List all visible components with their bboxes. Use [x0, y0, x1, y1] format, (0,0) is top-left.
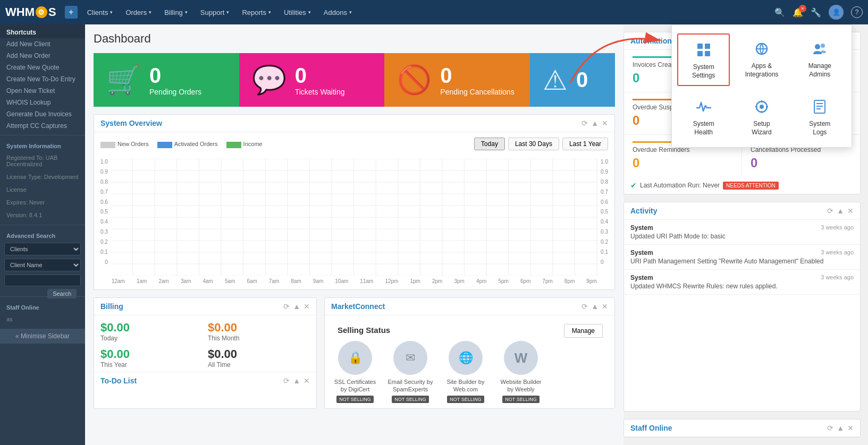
sitebuilder-label: Site Builder by Web.com	[442, 378, 490, 393]
nav-items: Clients▾ Orders▾ Billing▾ Support▾ Repor…	[82, 5, 774, 20]
minimise-sidebar-button[interactable]: « Minimise Sidebar	[0, 329, 85, 344]
search-input[interactable]	[4, 275, 81, 286]
todo-refresh-icon[interactable]: ⟳	[283, 376, 290, 385]
nav-clients[interactable]: Clients▾	[82, 5, 119, 20]
sidebar-cc-captures[interactable]: Attempt CC Captures	[0, 120, 85, 132]
nav-addons[interactable]: Addons▾	[318, 5, 357, 20]
chart-controls: Today Last 30 Days Last 1 Year	[474, 138, 608, 150]
close-icon[interactable]: ✕	[602, 119, 608, 127]
sidebar-open-ticket[interactable]: Open New Ticket	[0, 85, 85, 97]
activity-close-icon[interactable]: ✕	[847, 207, 854, 215]
email-security-icon: ✉	[393, 341, 427, 375]
sidebar-whois[interactable]: WHOIS Lookup	[0, 97, 85, 108]
nav-billing[interactable]: Billing▾	[159, 5, 193, 20]
sidebar-create-todo[interactable]: Create New To-Do Entry	[0, 73, 85, 85]
refresh-icon[interactable]: ⟳	[582, 119, 588, 127]
billing-title: Billing	[100, 302, 280, 311]
activity-expand-icon[interactable]: ▲	[837, 207, 844, 215]
stat-card-tickets: 💬 0 Tickets Waiting	[239, 53, 385, 107]
system-info-label: System Information	[0, 139, 85, 151]
sidebar-divider2	[0, 225, 85, 225]
billing-expand-icon[interactable]: ▲	[293, 302, 300, 311]
help-icon[interactable]: ?	[851, 6, 863, 18]
staff-close-icon[interactable]: ✕	[847, 424, 854, 432]
market-expand-icon[interactable]: ▲	[591, 302, 599, 311]
caret-icon: ▾	[149, 10, 151, 15]
reminders-value: 0	[633, 156, 733, 170]
nav-reports[interactable]: Reports▾	[237, 5, 276, 20]
market-refresh-icon[interactable]: ⟳	[582, 302, 588, 311]
expand-icon[interactable]: ▲	[591, 119, 599, 127]
billing-refresh-icon[interactable]: ⟳	[283, 302, 290, 311]
dropdown-apps[interactable]: Apps &Integrations	[735, 33, 788, 86]
billing-alltime: $0.00 All Time	[208, 347, 310, 369]
sidebar-due-invoices[interactable]: Generate Due Invoices	[0, 108, 85, 120]
nav-support[interactable]: Support▾	[195, 5, 235, 20]
dropdown-setup-wizard[interactable]: SetupWizard	[735, 91, 788, 142]
billing-header: Billing ⟳ ▲ ✕	[94, 298, 316, 315]
activity-who-2: System	[630, 249, 653, 256]
add-button[interactable]: +	[65, 6, 78, 19]
chat-icon: 💬	[252, 64, 286, 96]
last1year-btn[interactable]: Last 1 Year	[562, 138, 608, 150]
todo-expand-icon[interactable]: ▲	[293, 376, 300, 385]
caret-icon: ▾	[349, 10, 352, 15]
dropdown-system-settings[interactable]: SystemSettings	[677, 33, 730, 86]
stat-card-extra: ⚠ 0	[530, 53, 615, 107]
selling-sitebuilder: 🌐 Site Builder by Web.com NOT SELLING	[442, 341, 490, 403]
system-overview-title: System Overview	[100, 119, 578, 127]
main-content: Dashboard 🛒 0 Pending Orders 💬 0 Tickets…	[85, 24, 623, 445]
dropdown-manage-admins[interactable]: ManageAdmins	[794, 33, 846, 86]
activity-refresh-icon[interactable]: ⟳	[827, 207, 833, 215]
sitebuilder-icon: 🌐	[449, 341, 483, 375]
market-close-icon[interactable]: ✕	[602, 302, 608, 311]
last30days-btn[interactable]: Last 30 Days	[508, 138, 559, 150]
search-field-select[interactable]: Client Name	[4, 259, 81, 271]
billing-year-amount: $0.00	[100, 347, 203, 361]
dropdown-system-health[interactable]: SystemHealth	[677, 91, 730, 142]
billing-year: $0.00 This Year	[100, 347, 203, 369]
settings-dropdown: SystemSettings Apps &Integrations	[671, 24, 852, 148]
sysinfo-expires: Expires: Never	[0, 196, 85, 209]
today-btn[interactable]: Today	[474, 138, 505, 150]
pending-orders-label: Pending Orders	[149, 88, 201, 96]
manage-button[interactable]: Manage	[564, 324, 603, 338]
dropdown-system-health-label: SystemHealth	[693, 120, 714, 136]
stat-card-orders: 🛒 0 Pending Orders	[94, 53, 239, 107]
chart-legend: New Orders Activated Orders Income	[100, 141, 263, 148]
svg-rect-4	[705, 51, 710, 56]
billing-alltime-label: All Time	[208, 361, 310, 369]
activity-text-1: Updated URI Path Mode to: basic	[630, 233, 854, 240]
activity-time-3: 3 weeks ago	[821, 274, 854, 281]
shortcuts-section-label: Shortcuts	[0, 24, 85, 38]
stat-card-cancellations: 🚫 0 Pending Cancellations	[384, 53, 530, 107]
sidebar-create-quote[interactable]: Create New Quote	[0, 62, 85, 73]
todo-close-icon[interactable]: ✕	[304, 376, 310, 385]
notification-icon[interactable]: 🔔 ×	[793, 7, 803, 18]
cancellations-value: 0	[751, 156, 852, 170]
staff-refresh-icon[interactable]: ⟳	[827, 424, 833, 432]
sidebar-add-order[interactable]: Add New Order	[0, 50, 85, 62]
search-button[interactable]: Search	[47, 289, 77, 298]
system-settings-icon	[694, 40, 714, 60]
billing-today-label: Today	[100, 335, 203, 342]
dropdown-system-logs[interactable]: SystemLogs	[794, 91, 846, 142]
nav-orders[interactable]: Orders▾	[120, 5, 157, 20]
billing-today: $0.00 Today	[100, 321, 203, 342]
search-icon[interactable]: 🔍	[774, 7, 785, 18]
sidebar-add-client[interactable]: Add New Client	[0, 38, 85, 50]
staff-online-header: Staff Online ⟳ ▲ ✕	[624, 420, 860, 437]
staff-expand-icon[interactable]: ▲	[837, 424, 844, 432]
billing-widget: Billing ⟳ ▲ ✕ $0.00 Today $0.00 This Mon…	[94, 297, 317, 409]
nav-utilities[interactable]: Utilities▾	[279, 5, 316, 20]
activity-header: Activity ⟳ ▲ ✕	[624, 202, 860, 220]
billing-close-icon[interactable]: ✕	[304, 302, 310, 311]
avatar[interactable]: 👤	[829, 5, 844, 20]
widgets-row1: System Overview ⟳ ▲ ✕ New Orders Activat…	[94, 114, 615, 290]
wrench-icon[interactable]: 🔧	[811, 7, 821, 18]
ssl-badge: NOT SELLING	[336, 396, 373, 403]
sysinfo-license-type: License Type: Development	[0, 170, 85, 183]
search-type-select[interactable]: Clients	[4, 243, 81, 255]
activity-text-2: URI Path Management Setting "Rewrite Aut…	[630, 258, 854, 265]
activity-who-1: System	[630, 224, 653, 232]
